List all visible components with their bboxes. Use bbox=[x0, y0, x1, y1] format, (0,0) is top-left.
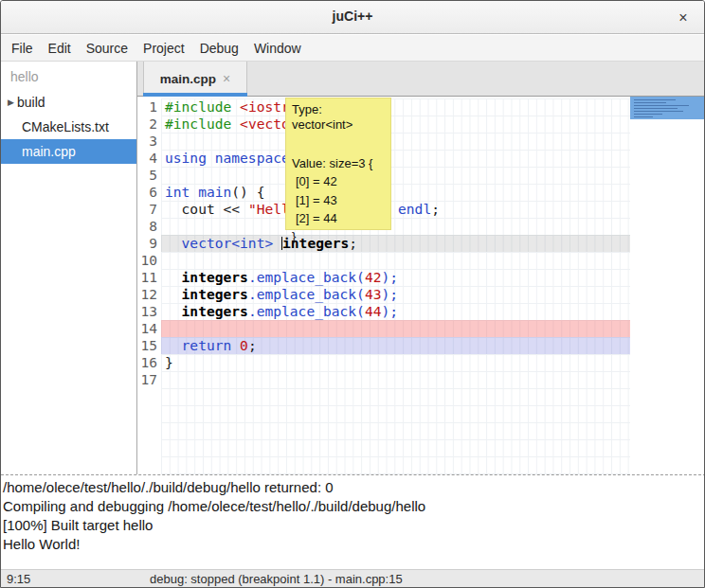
sidebar-item-cmakelists-txt[interactable]: CMakeLists.txt bbox=[1, 115, 136, 139]
minimap-thumb[interactable] bbox=[630, 97, 705, 119]
file-tree-sidebar: hello ▶buildCMakeLists.txtmain.cpp bbox=[1, 62, 137, 474]
minimap-code-line bbox=[634, 99, 676, 100]
minimap-code-line bbox=[634, 105, 689, 106]
code-line-content bbox=[161, 167, 630, 184]
code-token: integers bbox=[182, 269, 248, 285]
code-token: #include bbox=[165, 116, 231, 132]
minimap-code-line bbox=[634, 111, 683, 112]
cursor-position-label: 9:15 bbox=[7, 572, 30, 586]
minimap[interactable] bbox=[630, 97, 705, 474]
close-icon[interactable]: × bbox=[672, 7, 695, 29]
line-number: 10 bbox=[137, 252, 161, 269]
line-number: 4 bbox=[137, 150, 161, 167]
code-line-content: using namespace std; bbox=[161, 150, 630, 167]
sidebar-item-build[interactable]: ▶build bbox=[1, 90, 136, 115]
code-token: #include bbox=[165, 98, 231, 115]
tooltip-value-line: [1] = 43 bbox=[292, 191, 385, 210]
code-line-content: integers.emplace_back(42); bbox=[161, 269, 630, 286]
line-number: 14 bbox=[137, 320, 161, 337]
menu-item-source[interactable]: Source bbox=[79, 36, 136, 61]
code-token bbox=[165, 235, 182, 251]
code-line-content bbox=[161, 218, 630, 235]
code-token: return bbox=[182, 337, 232, 353]
code-token: ); bbox=[381, 303, 398, 319]
code-line[interactable]: 15 return 0; bbox=[137, 337, 630, 354]
code-line-content: } bbox=[161, 354, 630, 371]
line-number: 9 bbox=[137, 235, 161, 252]
menu-item-file[interactable]: File bbox=[4, 36, 41, 61]
tab-label: main.cpp bbox=[160, 72, 216, 86]
code-token: ; bbox=[431, 201, 440, 217]
code-token: vector<int> bbox=[182, 235, 274, 251]
code-line-content: #include <vector> bbox=[161, 116, 630, 133]
code-line-content: cout << "Hello World!" << endl; bbox=[161, 201, 630, 218]
line-number: 15 bbox=[137, 337, 161, 354]
code-token: 42 bbox=[365, 269, 382, 285]
minimap-code-line bbox=[634, 114, 662, 115]
code-token: main bbox=[198, 184, 231, 200]
tooltip-value-close: } bbox=[292, 228, 385, 244]
code-line[interactable]: 10 bbox=[137, 252, 630, 269]
code-line-content: return 0; bbox=[161, 337, 630, 354]
menu-item-debug[interactable]: Debug bbox=[192, 36, 246, 61]
code-line-content: #include <iostream> bbox=[161, 98, 630, 116]
expander-icon[interactable]: ▶ bbox=[1, 98, 16, 107]
code-token bbox=[231, 116, 240, 132]
terminal-line: [100%] Built target hello bbox=[3, 516, 705, 535]
code-token: .emplace_back( bbox=[248, 286, 365, 302]
code-token: 43 bbox=[365, 286, 382, 302]
code-line[interactable]: 13 integers.emplace_back(44); bbox=[137, 303, 630, 320]
menu-item-window[interactable]: Window bbox=[246, 36, 309, 61]
code-line[interactable]: 12 integers.emplace_back(43); bbox=[137, 286, 630, 303]
code-line-content: integers.emplace_back(43); bbox=[161, 286, 630, 303]
code-token: .emplace_back( bbox=[248, 303, 365, 319]
code-token bbox=[165, 286, 182, 302]
code-token: integers bbox=[182, 286, 248, 302]
tab-close-icon[interactable]: × bbox=[223, 71, 230, 86]
code-token bbox=[165, 303, 182, 319]
active-tab-indicator bbox=[143, 93, 247, 97]
code-token bbox=[273, 235, 281, 251]
tab-bar: main.cpp × bbox=[137, 62, 705, 97]
code-token: ; bbox=[248, 337, 257, 353]
tooltip-values: [0] = 42[1] = 43[2] = 44 bbox=[292, 172, 385, 228]
menu-item-edit[interactable]: Edit bbox=[41, 36, 79, 61]
minimap-code-line bbox=[634, 108, 678, 109]
code-line[interactable]: 11 integers.emplace_back(42); bbox=[137, 269, 630, 286]
code-token bbox=[231, 337, 240, 353]
minimap-code-line bbox=[634, 102, 666, 103]
line-number: 2 bbox=[137, 116, 161, 133]
code-line[interactable]: 14 bbox=[137, 320, 630, 337]
code-token: 44 bbox=[365, 303, 382, 319]
line-number: 17 bbox=[137, 371, 161, 388]
code-token bbox=[190, 184, 198, 200]
line-number: 7 bbox=[137, 201, 161, 218]
line-number: 5 bbox=[137, 167, 161, 184]
code-token bbox=[231, 98, 240, 115]
file-tree: ▶buildCMakeLists.txtmain.cpp bbox=[1, 90, 136, 164]
line-number: 1 bbox=[137, 98, 161, 116]
tab-main-cpp[interactable]: main.cpp × bbox=[143, 62, 247, 96]
code-token: cout << bbox=[165, 201, 248, 217]
editor-body[interactable]: 1#include <iostream>2#include <vector>34… bbox=[137, 97, 705, 474]
code-token: using namespace bbox=[165, 150, 290, 166]
menu-item-project[interactable]: Project bbox=[136, 36, 192, 61]
terminal-output-panel[interactable]: /home/olece/test/hello/./build/debug/hel… bbox=[1, 474, 705, 569]
project-root-label: hello bbox=[1, 62, 136, 90]
code-token: () { bbox=[231, 184, 264, 200]
code-line[interactable]: 16} bbox=[137, 354, 630, 371]
line-number: 13 bbox=[137, 303, 161, 320]
code-line[interactable]: 17 bbox=[137, 371, 630, 388]
code-token: integers bbox=[182, 303, 248, 319]
tooltip-value-line: [2] = 44 bbox=[292, 209, 385, 228]
tooltip-value-head: Value: size=3 { bbox=[292, 155, 385, 172]
app-window: juCi++ × FileEditSourceProjectDebugWindo… bbox=[0, 0, 705, 588]
line-number: 12 bbox=[137, 286, 161, 303]
editor-column: main.cpp × 1#include <iostream>2#include… bbox=[137, 62, 705, 474]
debug-value-tooltip: Type: vector<int> Value: size=3 { [0] = … bbox=[285, 98, 391, 230]
window-title: juCi++ bbox=[1, 9, 704, 24]
line-number: 3 bbox=[137, 133, 161, 150]
terminal-line: /home/olece/test/hello/./build/debug/hel… bbox=[3, 478, 705, 497]
code-line-content bbox=[161, 133, 630, 150]
sidebar-item-main-cpp[interactable]: main.cpp bbox=[1, 139, 136, 164]
